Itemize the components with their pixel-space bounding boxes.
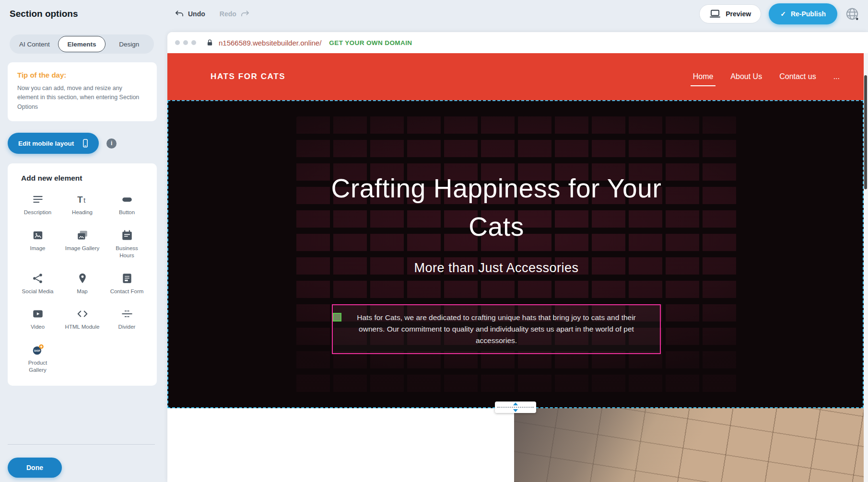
preview-button[interactable]: Preview xyxy=(699,4,761,23)
video-icon xyxy=(32,308,44,320)
topbar-actions: Preview Re-Publish xyxy=(699,3,868,24)
edit-mobile-layout-button[interactable]: Edit mobile layout xyxy=(8,133,99,154)
window-dot xyxy=(191,40,196,45)
republish-button[interactable]: Re-Publish xyxy=(769,3,837,24)
nav-item-home[interactable]: Home xyxy=(693,72,714,81)
element-label: Image xyxy=(30,245,46,252)
add-element-business-hours[interactable]: Business Hours xyxy=(105,229,149,260)
section-resize-handle[interactable] xyxy=(495,402,536,413)
get-domain-link[interactable]: GET YOUR OWN DOMAIN xyxy=(329,39,412,46)
add-element-video[interactable]: Video xyxy=(15,308,60,331)
element-label: Divider xyxy=(118,323,136,331)
html-module-icon xyxy=(76,308,89,320)
site-viewport: HATS FOR CATS Home About Us Contact us .… xyxy=(167,53,864,482)
lock-icon xyxy=(206,39,214,47)
hero-heading[interactable]: Crafting Happiness for Your Cats xyxy=(328,169,664,246)
add-new-element-title: Add new element xyxy=(21,174,149,183)
site-url[interactable]: n1566589.websitebuilder.online/ xyxy=(219,39,321,47)
next-section xyxy=(167,408,864,482)
hero-section-selected[interactable]: Crafting Happiness for Your Cats More th… xyxy=(167,100,864,408)
scrollbar-thumb[interactable] xyxy=(864,75,867,189)
arrow-down-icon xyxy=(513,409,518,412)
hero-subheading[interactable]: More than Just Accessories xyxy=(414,261,578,275)
add-element-map[interactable]: Map xyxy=(60,272,105,296)
site-nav: Home About Us Contact us ... xyxy=(693,72,840,81)
browser-preview: n1566589.websitebuilder.online/ GET YOUR… xyxy=(167,32,868,482)
nav-item-about[interactable]: About Us xyxy=(730,72,762,81)
scrollbar[interactable] xyxy=(864,53,868,482)
sidebar-tabs: AI Content Elements Design xyxy=(10,34,154,54)
hero-content: Crafting Happiness for Your Cats More th… xyxy=(168,101,824,407)
element-label: Map xyxy=(77,288,87,296)
add-element-html-module[interactable]: HTML Module xyxy=(60,308,105,331)
republish-label: Re-Publish xyxy=(791,10,826,18)
undo-label: Undo xyxy=(188,10,205,18)
element-label: Button xyxy=(119,209,135,217)
section-options-sidebar: AI Content Elements Design Tip of the da… xyxy=(0,28,167,482)
element-drag-handle[interactable] xyxy=(333,313,341,321)
tab-ai-content[interactable]: AI Content xyxy=(11,36,58,52)
add-element-button[interactable]: Button xyxy=(105,193,149,217)
redo-icon xyxy=(240,9,250,19)
site-header: HATS FOR CATS Home About Us Contact us .… xyxy=(167,53,864,100)
check-icon xyxy=(780,10,786,18)
button-icon xyxy=(121,193,133,206)
svg-text:T: T xyxy=(77,195,83,205)
add-element-contact-form[interactable]: Contact Form xyxy=(105,272,149,296)
image-gallery-icon xyxy=(76,229,89,241)
add-element-image[interactable]: Image xyxy=(15,229,60,260)
add-element-divider[interactable]: Divider xyxy=(105,308,149,331)
add-new-element-card: Add new element Description Tt Heading B… xyxy=(8,163,157,386)
preview-monitor-icon xyxy=(709,9,721,19)
language-globe-icon[interactable] xyxy=(845,7,859,21)
info-icon[interactable] xyxy=(106,138,117,149)
sidebar-divider xyxy=(8,444,155,445)
redo-label: Redo xyxy=(220,10,236,18)
pavement-photo xyxy=(514,408,864,482)
tab-elements[interactable]: Elements xyxy=(58,36,106,52)
undo-button[interactable]: Undo xyxy=(175,9,205,19)
undo-icon xyxy=(175,9,184,19)
redo-button[interactable]: Redo xyxy=(220,9,250,19)
window-controls xyxy=(175,40,196,45)
selected-text-element[interactable]: Hats for Cats, we are dedicated to craft… xyxy=(332,304,661,354)
done-button[interactable]: Done xyxy=(8,458,62,478)
window-dot xyxy=(175,40,180,45)
add-element-heading[interactable]: Tt Heading xyxy=(60,193,105,217)
element-label: Description xyxy=(24,209,52,217)
hero-paragraph[interactable]: Hats for Cats, we are dedicated to craft… xyxy=(345,312,647,346)
element-label: Contact Form xyxy=(110,288,144,296)
window-dot xyxy=(183,40,188,45)
element-label: Product Gallery xyxy=(21,359,55,374)
tip-body: Now you can add, move and resize any ele… xyxy=(17,84,140,112)
browser-chrome: n1566589.websitebuilder.online/ GET YOUR… xyxy=(167,32,868,53)
map-icon xyxy=(76,272,89,285)
element-label: Business Hours xyxy=(110,245,144,260)
tip-of-the-day-card: Tip of the day: Now you can add, move an… xyxy=(8,62,157,121)
divider-icon xyxy=(121,308,133,320)
nav-item-more[interactable]: ... xyxy=(833,72,840,81)
element-label: Social Media xyxy=(22,288,54,296)
social-media-icon xyxy=(32,272,44,285)
topbar: Section options Undo Redo Preview Re-Pub… xyxy=(0,0,868,28)
add-element-description[interactable]: Description xyxy=(15,193,60,217)
add-element-product-gallery[interactable]: SHOP Product Gallery xyxy=(15,344,60,374)
image-icon xyxy=(32,229,44,241)
nav-item-contact[interactable]: Contact us xyxy=(779,72,816,81)
contact-form-icon xyxy=(121,272,133,285)
add-element-social-media[interactable]: Social Media xyxy=(15,272,60,296)
next-section-blank xyxy=(167,408,514,482)
heading-icon: Tt xyxy=(76,193,89,206)
svg-text:SHOP: SHOP xyxy=(34,349,40,352)
tip-title: Tip of the day: xyxy=(17,71,147,79)
add-element-image-gallery[interactable]: Image Gallery xyxy=(60,229,105,260)
tab-design[interactable]: Design xyxy=(106,36,152,52)
site-logo[interactable]: HATS FOR CATS xyxy=(211,72,285,81)
product-gallery-icon: SHOP xyxy=(32,344,44,356)
element-label: Video xyxy=(31,323,45,331)
element-label: Image Gallery xyxy=(65,245,100,252)
description-icon xyxy=(32,193,44,206)
mobile-layout-row: Edit mobile layout xyxy=(8,133,157,154)
phone-icon xyxy=(81,138,90,149)
svg-text:t: t xyxy=(83,196,85,204)
